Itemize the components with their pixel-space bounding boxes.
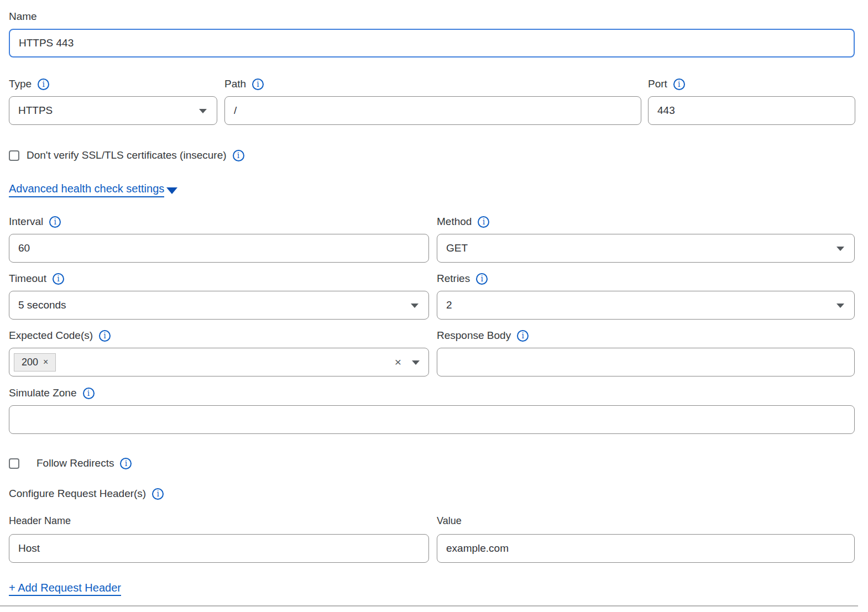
response-body-info-icon[interactable]: i [517,330,529,342]
header-value-field: Value [437,514,855,563]
caret-down-icon[interactable] [166,187,177,194]
section-divider [0,605,858,606]
follow-redirects-info-icon[interactable]: i [120,458,132,469]
port-info-icon[interactable]: i [673,79,685,90]
type-field: Type i HTTPS [9,77,217,125]
retries-select-value: 2 [446,299,452,311]
timeout-select[interactable]: 5 seconds [9,291,429,320]
type-select-value: HTTPS [18,104,53,117]
expected-codes-field: Expected Code(s) i 200 × × [9,329,429,376]
follow-redirects-label: Follow Redirects [36,457,114,469]
simulate-zone-field: Simulate Zone i [9,386,855,434]
interval-info-icon[interactable]: i [49,216,61,228]
response-body-field: Response Body i [437,329,855,376]
add-request-header-link[interactable]: + Add Request Header [9,582,121,596]
method-label: Method [437,216,472,228]
timeout-label: Timeout [9,273,46,285]
method-select-value: GET [446,242,468,254]
retries-info-icon[interactable]: i [476,273,488,285]
simulate-zone-label: Simulate Zone [9,387,77,399]
name-input[interactable] [9,29,855,57]
ssl-verify-label: Don't verify SSL/TLS certificates (insec… [27,149,227,161]
path-input[interactable] [224,96,641,125]
name-label: Name [9,11,37,23]
port-label: Port [648,78,667,90]
request-headers-info-icon[interactable]: i [152,488,164,500]
type-select[interactable]: HTTPS [9,96,217,125]
path-label: Path [224,78,246,90]
chevron-down-icon [411,304,419,308]
request-headers-section: Configure Request Header(s) i [9,488,855,500]
path-field: Path i [224,77,641,125]
follow-redirects-checkbox[interactable] [9,458,19,469]
follow-redirects-row: Follow Redirects i [9,457,855,469]
method-select[interactable]: GET [437,234,855,263]
ssl-verify-checkbox[interactable] [9,150,19,161]
header-value-input[interactable] [437,534,855,563]
clear-all-icon[interactable]: × [395,356,401,368]
advanced-fields-grid: Interval i Method i GET Timeout i 5 seco… [9,215,855,376]
interval-label: Interval [9,216,43,228]
response-body-input[interactable] [437,348,855,376]
method-field: Method i GET [437,215,855,263]
response-body-label: Response Body [437,329,511,342]
header-name-field: Header Name [9,514,429,563]
request-header-row: Header Name Value [9,514,855,563]
chevron-down-icon [199,109,207,113]
retries-select[interactable]: 2 [437,291,855,320]
expected-code-tag: 200 × [14,353,56,372]
port-field: Port i [648,77,855,125]
interval-field: Interval i [9,215,429,263]
path-info-icon[interactable]: i [252,79,264,90]
timeout-info-icon[interactable]: i [53,273,64,285]
simulate-zone-input[interactable] [9,405,855,434]
health-check-form: Name Type i HTTPS Path i Port i [0,0,868,606]
interval-input[interactable] [9,234,429,263]
header-name-input[interactable] [9,534,429,563]
ssl-verify-row: Don't verify SSL/TLS certificates (insec… [9,149,855,161]
retries-field: Retries i 2 [437,272,855,320]
method-info-icon[interactable]: i [478,216,489,228]
port-input[interactable] [648,96,855,125]
chevron-down-icon [836,304,844,308]
simulate-zone-info-icon[interactable]: i [83,388,95,399]
expected-code-tag-value: 200 [22,357,38,368]
add-header-row: + Add Request Header [9,582,855,594]
chevron-down-icon [836,247,844,251]
ssl-verify-info-icon[interactable]: i [233,150,244,161]
advanced-settings-link[interactable]: Advanced health check settings [9,182,164,197]
tag-remove-icon[interactable]: × [43,357,48,367]
header-name-label: Header Name [9,515,71,527]
type-path-port-row: Type i HTTPS Path i Port i [9,77,855,125]
chevron-down-icon[interactable] [412,360,420,365]
header-value-label: Value [437,515,462,527]
type-info-icon[interactable]: i [38,79,49,90]
advanced-settings-row: Advanced health check settings [9,182,855,197]
expected-codes-info-icon[interactable]: i [99,330,111,342]
request-headers-label: Configure Request Header(s) [9,488,146,500]
expected-codes-multiselect[interactable]: 200 × × [9,348,429,376]
timeout-field: Timeout i 5 seconds [9,272,429,320]
type-label: Type [9,78,32,90]
timeout-select-value: 5 seconds [18,299,66,311]
retries-label: Retries [437,273,470,285]
name-label-row: Name [9,10,855,23]
expected-codes-label: Expected Code(s) [9,329,93,342]
